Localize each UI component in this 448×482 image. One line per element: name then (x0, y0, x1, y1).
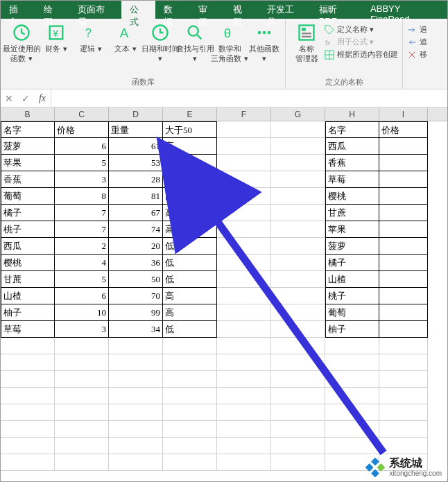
cell-B20[interactable] (1, 438, 55, 454)
cell-H2[interactable]: 西瓜 (325, 138, 379, 155)
cell-C9[interactable]: 4 (55, 255, 109, 271)
remove-arrows-button[interactable]: 移 (407, 49, 427, 60)
tab-devtools[interactable]: 开发工具 (259, 1, 310, 19)
cell-H10[interactable]: 山楂 (325, 271, 379, 288)
cell-G11[interactable] (271, 288, 325, 304)
cell-I4[interactable] (379, 171, 428, 188)
cell-F7[interactable] (217, 221, 271, 238)
cell-G4[interactable] (271, 171, 325, 188)
cell-F11[interactable] (217, 288, 271, 304)
cell-F8[interactable] (217, 238, 271, 255)
cell-F9[interactable] (217, 255, 271, 271)
cell-C20[interactable] (55, 438, 109, 454)
tab-formulas[interactable]: 公式 (121, 1, 156, 19)
cell-B9[interactable]: 樱桃 (1, 255, 55, 271)
cell-F12[interactable] (217, 304, 271, 321)
ribbon-btn-text[interactable]: A文本 ▾ (109, 21, 142, 55)
cell-G14[interactable] (271, 338, 325, 354)
cell-H11[interactable]: 桃子 (325, 288, 379, 304)
cell-B21[interactable] (1, 454, 55, 471)
cell-F5[interactable] (217, 188, 271, 205)
cell-F18[interactable] (217, 404, 271, 421)
cell-I15[interactable] (379, 354, 428, 371)
cell-I18[interactable] (379, 404, 428, 421)
cell-F21[interactable] (217, 454, 271, 471)
cell-I14[interactable] (379, 338, 428, 354)
cell-E13[interactable]: 低 (163, 321, 217, 338)
cell-F20[interactable] (217, 438, 271, 454)
cell-G15[interactable] (271, 354, 325, 371)
cell-F3[interactable] (217, 155, 271, 171)
column-header-E[interactable]: E (163, 107, 217, 121)
cell-C17[interactable] (55, 388, 109, 404)
cell-I1[interactable]: 价格 (379, 121, 428, 138)
cell-G16[interactable] (271, 371, 325, 388)
cell-F10[interactable] (217, 271, 271, 288)
cell-C10[interactable]: 5 (55, 271, 109, 288)
cell-B1[interactable]: 名字 (1, 121, 55, 138)
cell-F13[interactable] (217, 321, 271, 338)
cell-B13[interactable]: 草莓 (1, 321, 55, 338)
cell-D16[interactable] (109, 371, 163, 388)
cell-F4[interactable] (217, 171, 271, 188)
cell-B10[interactable]: 甘蔗 (1, 271, 55, 288)
tab-insert[interactable]: 插入 (1, 1, 35, 19)
cell-D9[interactable]: 36 (109, 255, 163, 271)
cell-I12[interactable] (379, 304, 428, 321)
ribbon-btn-datetime[interactable]: 日期和时间 ▾ (144, 21, 177, 65)
ribbon-btn-math[interactable]: θ数学和 三角函数 ▾ (213, 21, 246, 65)
worksheet-grid[interactable]: BCDEFGHI 名字价格重量大于50名字价格菠萝661高西瓜苹果553高香蕉香… (1, 107, 447, 481)
ribbon-btn-logic[interactable]: ?逻辑 ▾ (74, 21, 107, 55)
cell-B6[interactable]: 橘子 (1, 205, 55, 221)
cell-I5[interactable] (379, 188, 428, 205)
tab-view[interactable]: 视图 (225, 1, 259, 19)
cell-G8[interactable] (271, 238, 325, 255)
cell-H13[interactable]: 柚子 (325, 321, 379, 338)
cell-I3[interactable] (379, 155, 428, 171)
cell-H16[interactable] (325, 371, 379, 388)
cell-E3[interactable]: 高 (163, 155, 217, 171)
tab-layout[interactable]: 页面布局 (69, 1, 121, 19)
cell-D12[interactable]: 99 (109, 304, 163, 321)
cell-F19[interactable] (217, 421, 271, 438)
cell-E16[interactable] (163, 371, 217, 388)
cell-G12[interactable] (271, 304, 325, 321)
cell-C14[interactable] (55, 338, 109, 354)
cell-B14[interactable] (1, 338, 55, 354)
cell-B3[interactable]: 苹果 (1, 155, 55, 171)
cell-E12[interactable]: 高 (163, 304, 217, 321)
cell-I13[interactable] (379, 321, 428, 338)
cell-B4[interactable]: 香蕉 (1, 171, 55, 188)
cell-D11[interactable]: 70 (109, 288, 163, 304)
cell-C19[interactable] (55, 421, 109, 438)
tab-review[interactable]: 审阅 (190, 1, 225, 19)
ribbon-btn-more[interactable]: 其他函数 ▾ (248, 21, 281, 65)
cell-G3[interactable] (271, 155, 325, 171)
cell-E7[interactable]: 高 (163, 221, 217, 238)
cell-B16[interactable] (1, 371, 55, 388)
cell-C16[interactable] (55, 371, 109, 388)
column-header-I[interactable]: I (379, 107, 428, 121)
cell-D21[interactable] (109, 454, 163, 471)
cell-B5[interactable]: 葡萄 (1, 188, 55, 205)
cell-D6[interactable]: 67 (109, 205, 163, 221)
trace-dependents-button[interactable]: 追 (407, 37, 427, 47)
cell-B11[interactable]: 山楂 (1, 288, 55, 304)
cell-D5[interactable]: 81 (109, 188, 163, 205)
column-header-B[interactable]: B (1, 107, 55, 121)
cell-B8[interactable]: 西瓜 (1, 238, 55, 255)
ribbon-btn-finance[interactable]: ¥财务 ▾ (40, 21, 73, 55)
cell-E14[interactable] (163, 338, 217, 354)
cell-E20[interactable] (163, 438, 217, 454)
cell-H19[interactable] (325, 421, 379, 438)
cell-H5[interactable]: 樱桃 (325, 188, 379, 205)
enter-button[interactable]: ✓ (17, 93, 34, 104)
cell-I6[interactable] (379, 205, 428, 221)
cell-D10[interactable]: 50 (109, 271, 163, 288)
cell-H18[interactable] (325, 404, 379, 421)
cell-I19[interactable] (379, 421, 428, 438)
ribbon-btn-recent[interactable]: 最近使用的 函数 ▾ (5, 21, 38, 65)
cell-F17[interactable] (217, 388, 271, 404)
cell-G17[interactable] (271, 388, 325, 404)
cell-H1[interactable]: 名字 (325, 121, 379, 138)
